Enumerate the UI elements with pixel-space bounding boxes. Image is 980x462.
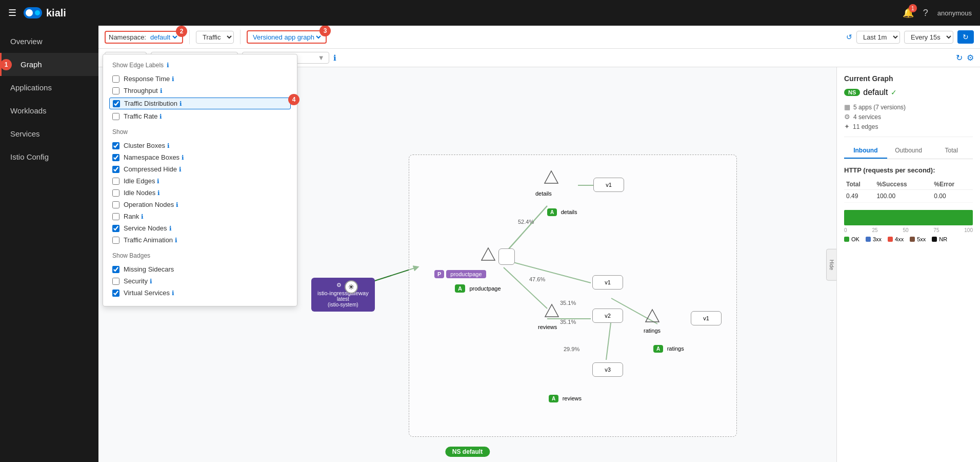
idle-nodes-info-icon[interactable]: ℹ xyxy=(157,189,160,197)
rp-table: Total %Success %Error 0.49 100.00 0.00 xyxy=(844,179,973,203)
traffic-distribution-checkbox[interactable] xyxy=(113,100,120,107)
rank-checkbox[interactable] xyxy=(112,213,119,220)
ingress-name: istio-ingressgateway xyxy=(317,290,369,296)
traffic-select[interactable]: Traffic xyxy=(196,31,234,44)
graph-refresh-icon[interactable]: ↻ xyxy=(956,53,963,63)
rank-info-icon[interactable]: ℹ xyxy=(141,213,144,220)
security-info-icon[interactable]: ℹ xyxy=(150,278,152,285)
reviews-v2-node[interactable]: v2 xyxy=(592,309,623,323)
rank-item[interactable]: Rank ℹ xyxy=(112,210,288,222)
last-time-select[interactable]: Last 1m xyxy=(856,31,900,44)
refresh-button[interactable]: ↻ xyxy=(957,30,974,44)
svg-marker-8 xyxy=(482,248,495,260)
tab-total[interactable]: Total xyxy=(930,143,973,159)
idle-nodes-item[interactable]: Idle Nodes ℹ xyxy=(112,187,288,199)
sidebar-item-workloads[interactable]: Workloads xyxy=(0,99,98,122)
cluster-boxes-item[interactable]: Cluster Boxes ℹ xyxy=(112,140,288,151)
toolbar-divider2 xyxy=(240,30,241,44)
productpage-badge[interactable]: P productpage xyxy=(434,270,486,278)
every-time-select[interactable]: Every 15s xyxy=(904,31,953,44)
namespace-boxes-item[interactable]: Namespace Boxes ℹ xyxy=(112,151,288,163)
edge-labels-info-icon[interactable]: ℹ xyxy=(167,67,169,69)
legend-4xx-dot xyxy=(888,237,893,242)
namespace-select[interactable]: default xyxy=(148,33,179,42)
tab-outbound[interactable]: Outbound xyxy=(887,143,930,159)
operation-nodes-checkbox[interactable] xyxy=(112,201,119,208)
sidebar-item-services[interactable]: Services xyxy=(0,122,98,145)
rp-tabs: Inbound Outbound Total xyxy=(844,143,973,159)
idle-edges-info-icon[interactable]: ℹ xyxy=(157,178,159,185)
traffic-animation-info-icon[interactable]: ℹ xyxy=(175,237,177,244)
details-v1-node[interactable]: v1 xyxy=(593,178,624,192)
sidebar-item-overview[interactable]: Overview xyxy=(0,30,98,53)
ingress-gear-icon: ⚙ xyxy=(336,282,342,288)
step4-badge: 4 xyxy=(288,94,299,105)
graph-type-select[interactable]: Versioned app graph xyxy=(251,33,323,42)
traffic-distribution-item[interactable]: 4 Traffic Distribution ℹ xyxy=(109,98,291,109)
missing-sidecars-item[interactable]: Missing Sidecars xyxy=(112,263,288,275)
reviews-v3-node[interactable]: v3 xyxy=(592,362,623,377)
svg-marker-11 xyxy=(646,310,659,322)
traffic-rate-item[interactable]: Traffic Rate ℹ xyxy=(112,110,288,122)
response-time-checkbox[interactable] xyxy=(112,75,119,83)
display-dropdown: Show Edge Labels ℹ Response Time ℹ Throu… xyxy=(103,67,297,306)
tab-inbound[interactable]: Inbound xyxy=(844,143,887,159)
traffic-rate-checkbox[interactable] xyxy=(112,113,119,120)
sidebar-item-applications[interactable]: Applications xyxy=(0,76,98,99)
traffic-animation-item[interactable]: Traffic Animation ℹ xyxy=(112,234,288,246)
toolbar-info-icon[interactable]: ℹ xyxy=(333,53,336,63)
response-time-item[interactable]: Response Time ℹ xyxy=(112,73,288,85)
legend-3xx-dot xyxy=(866,237,871,242)
traffic-animation-checkbox[interactable] xyxy=(112,237,119,244)
compressed-hide-checkbox[interactable] xyxy=(112,166,119,173)
service-nodes-info-icon[interactable]: ℹ xyxy=(169,225,172,232)
compressed-hide-info-icon[interactable]: ℹ xyxy=(179,166,182,173)
idle-edges-item[interactable]: Idle Edges ℹ xyxy=(112,175,288,187)
namespace-boxes-checkbox[interactable] xyxy=(112,154,119,161)
throughput-checkbox[interactable] xyxy=(112,87,119,94)
ingress-gateway-node[interactable]: ⚙ → istio-ingressgateway latest (istio-s… xyxy=(311,278,375,312)
throughput-item[interactable]: Throughput ℹ xyxy=(112,85,288,97)
cell-total: 0.49 xyxy=(844,190,874,203)
chart-area: 0 25 50 75 100 OK 3xx xyxy=(844,210,973,242)
show-title: Show xyxy=(112,128,288,136)
ratings-v1-node[interactable]: v1 xyxy=(691,311,722,325)
graph-settings-icon[interactable]: ⚙ xyxy=(967,53,974,63)
throughput-label: Throughput xyxy=(124,87,158,94)
hamburger-icon[interactable]: ☰ xyxy=(8,7,16,18)
hide-tab[interactable]: Hide xyxy=(826,248,836,281)
missing-sidecars-checkbox[interactable] xyxy=(112,266,119,273)
idle-nodes-checkbox[interactable] xyxy=(112,189,119,197)
throughput-info-icon[interactable]: ℹ xyxy=(160,87,163,94)
reviews-v1-node[interactable]: v1 xyxy=(592,275,623,290)
legend-5xx: 5xx xyxy=(910,236,926,242)
security-item[interactable]: Security ℹ xyxy=(112,275,288,287)
security-checkbox[interactable] xyxy=(112,278,119,285)
traffic-rate-info-icon[interactable]: ℹ xyxy=(159,113,162,120)
cell-success: 100.00 xyxy=(874,190,932,203)
help-icon[interactable]: ? xyxy=(923,8,928,18)
axis-25: 25 xyxy=(872,227,877,233)
virtual-services-item[interactable]: Virtual Services ℹ xyxy=(112,287,288,299)
response-time-info-icon[interactable]: ℹ xyxy=(172,75,174,83)
sidebar-item-istio-config[interactable]: Istio Config xyxy=(0,145,98,168)
traffic-distribution-info-icon[interactable]: ℹ xyxy=(179,100,182,107)
productpage-service-node[interactable] xyxy=(498,248,515,265)
cluster-boxes-checkbox[interactable] xyxy=(112,142,119,149)
compressed-hide-label: Compressed Hide xyxy=(124,165,177,173)
sidebar-item-graph[interactable]: 1 Graph xyxy=(0,53,98,76)
idle-edges-checkbox[interactable] xyxy=(112,178,119,185)
graph-label: Graph xyxy=(21,60,42,69)
operation-nodes-item[interactable]: Operation Nodes ℹ xyxy=(112,199,288,210)
virtual-services-checkbox[interactable] xyxy=(112,290,119,297)
service-nodes-item[interactable]: Service Nodes ℹ xyxy=(112,222,288,234)
bell-icon[interactable]: 🔔 1 xyxy=(903,7,914,18)
namespace-boxes-info-icon[interactable]: ℹ xyxy=(182,154,184,161)
legend-5xx-label: 5xx xyxy=(917,236,926,242)
cluster-boxes-info-icon[interactable]: ℹ xyxy=(167,142,170,149)
compressed-hide-item[interactable]: Compressed Hide ℹ xyxy=(112,163,288,175)
virtual-services-info-icon[interactable]: ℹ xyxy=(172,290,174,297)
service-nodes-checkbox[interactable] xyxy=(112,225,119,232)
services-label: Services xyxy=(10,129,40,138)
operation-nodes-info-icon[interactable]: ℹ xyxy=(176,201,178,208)
